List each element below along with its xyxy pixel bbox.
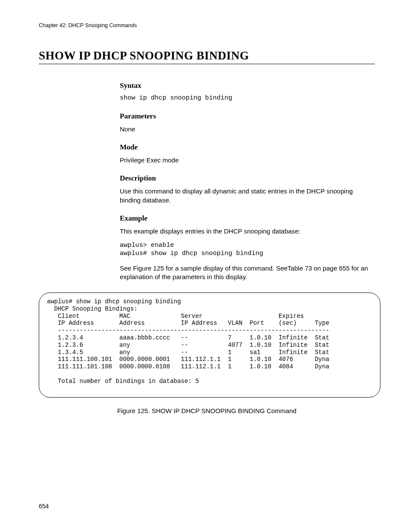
figure-caption: Figure 125. SHOW IP DHCP SNOOPING BINDIN…: [39, 407, 375, 414]
description-text: Use this command to display all dynamic …: [120, 187, 375, 205]
chapter-header: Chapter 42: DHCP Snooping Commands: [39, 22, 375, 28]
example-heading: Example: [120, 214, 375, 223]
terminal-output: awplus# show ip dhcp snooping binding DH…: [47, 298, 372, 385]
example-after: See Figure 125 for a sample display of t…: [120, 264, 375, 282]
example-intro: This example displays entries in the DHC…: [120, 227, 375, 236]
example-code: awplus> enable awplus# show ip dhcp snoo…: [120, 242, 375, 258]
mode-text: Privilege Exec mode: [120, 156, 375, 165]
terminal-output-box: awplus# show ip dhcp snooping binding DH…: [39, 292, 380, 398]
parameters-heading: Parameters: [120, 112, 375, 121]
syntax-code: show ip dhcp snooping binding: [120, 94, 375, 103]
mode-heading: Mode: [120, 143, 375, 152]
description-heading: Description: [120, 174, 375, 183]
content-body: Syntax show ip dhcp snooping binding Par…: [120, 81, 375, 281]
page-number: 654: [39, 503, 49, 510]
page: Chapter 42: DHCP Snooping Commands SHOW …: [0, 0, 411, 532]
parameters-text: None: [120, 125, 375, 134]
syntax-heading: Syntax: [120, 81, 375, 90]
page-title: SHOW IP DHCP SNOOPING BINDING: [39, 49, 375, 64]
